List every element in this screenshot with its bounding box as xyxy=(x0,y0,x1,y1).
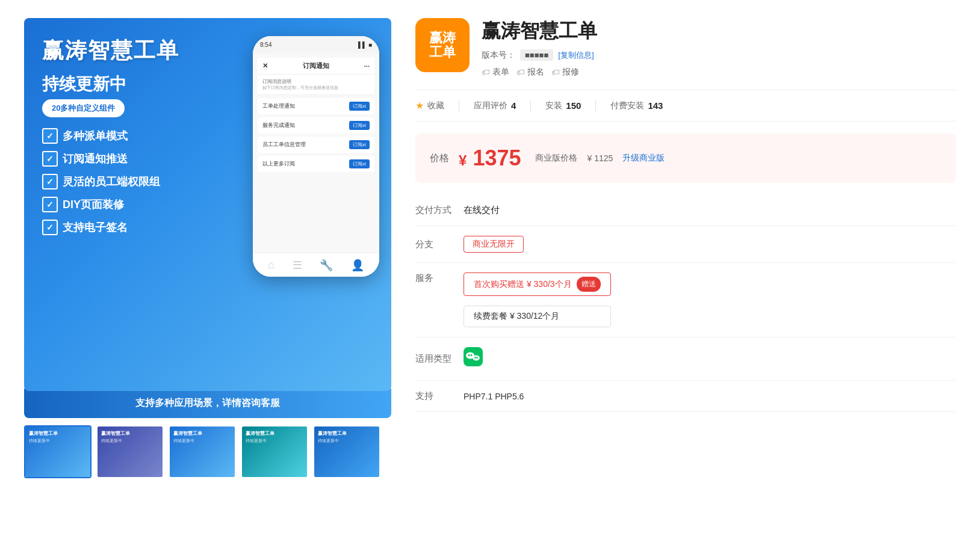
tag-form: 🏷 表单 xyxy=(482,67,509,78)
copy-info-link[interactable]: [复制信息] xyxy=(558,50,594,61)
phone-notif-1-label: 工单处理通知 xyxy=(262,102,295,110)
thumbnail-3[interactable]: 赢涛智慧工单 持续更新中 xyxy=(169,425,236,478)
install-value: 150 xyxy=(566,100,581,111)
commercial-amount: 1125 xyxy=(594,153,613,163)
thumb-1-title: 赢涛智慧工单 xyxy=(29,430,87,437)
rating-stat: 应用评价 4 xyxy=(459,100,531,111)
phone-desc: 订阅消息说明 如下订阅为您定制，可充分选择推送信息 xyxy=(258,75,374,95)
branch-badge: 商业无限开 xyxy=(464,236,524,253)
paid-install-value: 143 xyxy=(648,100,663,111)
logo-top: 赢涛 xyxy=(429,31,456,45)
support-value: PHP7.1 PHP5.6 xyxy=(464,392,524,401)
stats-row: ★ 收藏 应用评价 4 安装 150 付费安装 143 xyxy=(415,90,956,122)
svg-point-4 xyxy=(471,354,473,356)
thumbnail-1[interactable]: 赢涛智慧工单 持续更新中 xyxy=(24,425,91,478)
main-image-title: 赢涛智慧工单 xyxy=(42,36,179,66)
collect-stat[interactable]: ★ 收藏 xyxy=(415,100,459,111)
branch-row: 分支 商业无限开 xyxy=(415,226,956,263)
phone-notification-title: 订阅通知 xyxy=(303,61,329,70)
price-label: 价格 xyxy=(430,152,449,165)
feature-item-2: 订阅通知推送 xyxy=(42,151,160,167)
tag-signup: 🏷 报名 xyxy=(516,67,544,78)
support-row: 支持 PHP7.1 PHP5.6 xyxy=(415,381,956,412)
wechat-icon xyxy=(464,347,483,371)
tags-row: 🏷 表单 🏷 报名 🏷 报修 xyxy=(482,67,956,78)
thumb-1-sub: 持续更新中 xyxy=(29,438,87,444)
tag-form-icon: 🏷 xyxy=(482,67,490,77)
feature-item-1: 多种派单模式 xyxy=(42,128,160,144)
phone-notif-4: 以上更多订阅 订阅xt xyxy=(258,156,374,172)
phone-notif-2: 服务完成通知 订阅xt xyxy=(258,117,374,134)
bottom-banner: 支持多种应用场景，详情咨询客服 xyxy=(24,389,391,418)
service-content: 首次购买赠送 ¥ 330/3个月 赠送 续费套餐 ¥ 330/12个月 xyxy=(464,272,611,327)
thumbnail-5[interactable]: 赢涛智慧工单 持续更新中 xyxy=(313,425,380,478)
thumb-3-title: 赢涛智慧工单 xyxy=(173,430,231,437)
phone-bottom-nav: ⌂ ☰ 🔧 👤 xyxy=(253,253,379,277)
product-logo: 赢涛 工单 xyxy=(415,18,470,72)
first-buy-text: 首次购买赠送 ¥ 330/3个月 xyxy=(474,279,572,290)
phone-notif-3-btn[interactable]: 订阅xt xyxy=(349,140,370,149)
feature-list: 多种派单模式 订阅通知推送 灵活的员工端权限组 DIY页面装修 支持电子签名 xyxy=(42,128,160,242)
price-amount: 1375 xyxy=(473,146,521,170)
phone-nav-work-icon: 🔧 xyxy=(320,259,333,272)
version-number: ■■■■■ xyxy=(520,49,553,61)
phone-notif-4-label: 以上更多订阅 xyxy=(262,160,295,168)
svg-point-3 xyxy=(468,354,470,356)
main-product-image: 赢涛智慧工单 持续更新中 20多种自定义组件 多种派单模式 订阅通知推送 灵活的… xyxy=(24,18,391,391)
svg-point-6 xyxy=(476,357,477,358)
logo-bottom: 工单 xyxy=(429,46,456,59)
paid-install-stat: 付费安装 143 xyxy=(596,100,677,111)
rating-value: 4 xyxy=(511,100,516,111)
paid-install-label: 付费安装 xyxy=(610,100,644,111)
product-title-area: 赢涛智慧工单 版本号： ■■■■■ [复制信息] 🏷 表单 🏷 报名 xyxy=(482,18,956,78)
gift-badge: 赠送 xyxy=(577,277,601,292)
upgrade-link[interactable]: 升级商业版 xyxy=(622,153,665,164)
renewal-text: 续费套餐 ¥ 330/12个月 xyxy=(464,306,611,327)
phone-notif-1-btn[interactable]: 订阅xt xyxy=(349,102,370,111)
version-row: 版本号： ■■■■■ [复制信息] xyxy=(482,49,956,61)
thumb-5-sub: 持续更新中 xyxy=(318,438,376,444)
phone-notif-3: 员工工单信息管理 订阅xt xyxy=(258,137,374,153)
left-panel: 赢涛智慧工单 持续更新中 20多种自定义组件 多种派单模式 订阅通知推送 灵活的… xyxy=(24,18,391,478)
price-commercial-value: ¥ 1125 xyxy=(587,153,613,163)
collect-label: 收藏 xyxy=(427,100,444,111)
tag-repair-label: 报修 xyxy=(562,67,579,78)
thumbnail-4[interactable]: 赢涛智慧工单 持续更新中 xyxy=(241,425,308,478)
thumb-4-sub: 持续更新中 xyxy=(246,438,303,444)
first-buy-badge: 首次购买赠送 ¥ 330/3个月 赠送 xyxy=(464,272,611,296)
install-stat: 安装 150 xyxy=(531,100,596,111)
tag-repair-icon: 🏷 xyxy=(551,67,560,77)
delivery-row: 交付方式 在线交付 xyxy=(415,195,956,226)
phone-nav-user-icon: 👤 xyxy=(351,259,364,272)
price-commercial-text: 商业版价格 xyxy=(535,153,577,164)
install-label: 安装 xyxy=(545,100,562,111)
service-label: 服务 xyxy=(415,272,464,284)
product-header: 赢涛 工单 赢涛智慧工单 版本号： ■■■■■ [复制信息] 🏷 表单 🏷 xyxy=(415,18,956,78)
price-section: 价格 ¥ 1375 商业版价格 ¥ 1125 升级商业版 xyxy=(415,134,956,183)
version-label: 版本号： xyxy=(482,50,515,61)
phone-notif-2-label: 服务完成通知 xyxy=(262,122,295,129)
phone-mockup: 8:54 ▌▌ ■ ✕ 订阅通知 ··· 订阅消息说明 如下订阅为您定制，可充分… xyxy=(253,36,379,277)
star-icon: ★ xyxy=(415,100,424,111)
svg-point-2 xyxy=(473,356,480,361)
page-container: 赢涛智慧工单 持续更新中 20多种自定义组件 多种派单模式 订阅通知推送 灵活的… xyxy=(0,0,980,496)
delivery-value: 在线交付 xyxy=(464,205,500,216)
phone-header: ✕ 订阅通知 ··· xyxy=(258,58,374,75)
delivery-label: 交付方式 xyxy=(415,205,464,216)
rating-label: 应用评价 xyxy=(474,100,507,111)
product-title: 赢涛智慧工单 xyxy=(482,18,956,45)
phone-status-bar: 8:54 ▌▌ ■ xyxy=(253,36,379,53)
type-label: 适用类型 xyxy=(415,353,464,365)
svg-point-5 xyxy=(474,357,476,358)
phone-notif-3-label: 员工工单信息管理 xyxy=(262,141,306,149)
price-yen-symbol: ¥ xyxy=(459,152,467,168)
phone-notif-2-btn[interactable]: 订阅xt xyxy=(349,121,370,130)
thumbnail-2[interactable]: 赢涛智慧工单 持续更新中 xyxy=(96,425,164,478)
phone-notif-4-btn[interactable]: 订阅xt xyxy=(349,159,370,168)
thumb-2-sub: 持续更新中 xyxy=(101,438,159,444)
feature-item-3: 灵活的员工端权限组 xyxy=(42,174,160,189)
feature-item-4: DIY页面装修 xyxy=(42,197,160,212)
phone-nav-list-icon: ☰ xyxy=(293,259,302,272)
price-display: ¥ 1375 xyxy=(459,146,521,171)
thumb-2-title: 赢涛智慧工单 xyxy=(101,430,159,437)
